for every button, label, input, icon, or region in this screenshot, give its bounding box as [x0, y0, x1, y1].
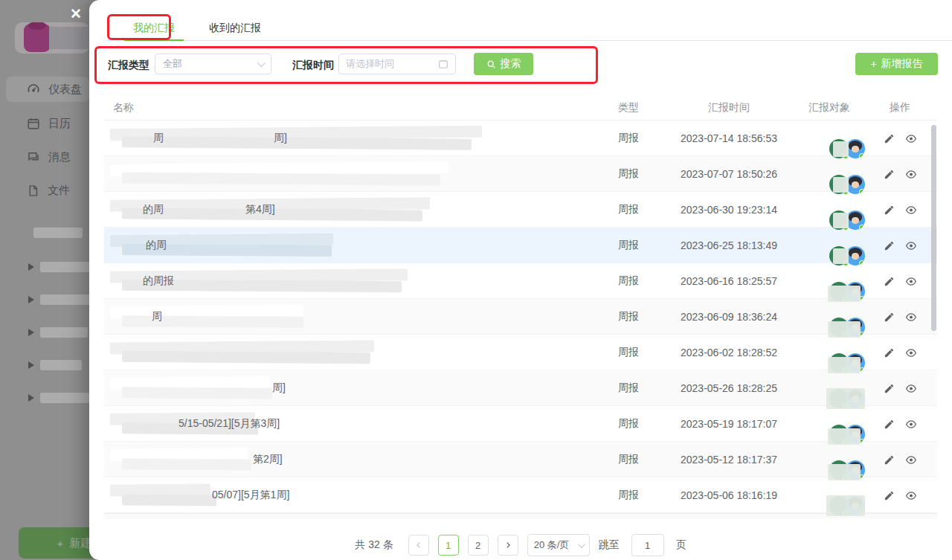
edit-icon[interactable] [884, 204, 895, 216]
report-name-fragment: 的周 [146, 239, 167, 252]
sidebar-item-files[interactable]: 文件 [6, 178, 89, 203]
calendar-icon [27, 117, 40, 130]
page-button[interactable]: 1 [438, 535, 459, 556]
report-time-filter-label: 汇报时间 [292, 59, 334, 72]
sidebar-item-dashboard[interactable]: 仪表盘 [6, 77, 89, 102]
view-icon[interactable] [905, 239, 917, 251]
tree-item-redacted [40, 327, 88, 338]
table-row[interactable]: 的周第4周] 周报 2023-06-30 19:23:14 [104, 192, 937, 228]
report-type: 周报 [595, 453, 662, 466]
table-row[interactable]: 5/15-05/21][5月第3周] 周报 2023-05-19 18:17:0… [104, 406, 937, 442]
tree-item-redacted [40, 360, 82, 370]
tab-received-reports[interactable]: 收到的汇报 [208, 15, 262, 41]
column-header-time: 汇报时间 [662, 101, 796, 115]
sidebar-item-calendar[interactable]: 日历 [6, 111, 89, 136]
report-type: 周报 [595, 310, 662, 324]
table-row[interactable]: 05/07][5月第1周] 周报 2023-05-06 18:16:19 [104, 477, 937, 513]
report-name: 的周报 [104, 263, 595, 299]
jump-label: 跳至 [599, 538, 620, 552]
column-header-name: 名称 [104, 101, 595, 115]
edit-icon[interactable] [884, 275, 895, 287]
row-actions [863, 489, 937, 501]
report-type: 周报 [595, 417, 662, 431]
sidebar: 仪表盘 日历 消息 文件 [0, 0, 89, 560]
tab-my-reports[interactable]: 我的汇报 [124, 15, 184, 41]
report-type-select[interactable]: 全部 [155, 54, 271, 74]
view-icon[interactable] [905, 168, 917, 180]
tab-bar: 我的汇报 收到的汇报 [104, 15, 952, 41]
edit-icon[interactable] [884, 132, 895, 144]
column-header-actions: 操作 [863, 101, 937, 115]
report-time: 2023-07-14 18:56:53 [662, 132, 796, 144]
report-name-fragment: 周] [274, 132, 287, 145]
table-row-partial [104, 513, 937, 519]
table-row[interactable]: 周] 周报 2023-05-26 18:28:25 [104, 370, 937, 406]
edit-icon[interactable] [884, 311, 895, 323]
edit-icon[interactable] [884, 489, 895, 501]
table-row[interactable]: 的周报 周报 2023-06-16 18:25:57 [104, 263, 937, 299]
view-icon[interactable] [905, 418, 917, 430]
tree-expand-icon[interactable] [28, 394, 34, 402]
view-icon[interactable] [905, 489, 917, 501]
report-type: 周报 [595, 274, 662, 288]
table-row[interactable]: 第2周] 周报 2023-05-12 18:17:37 [104, 442, 937, 477]
calendar-icon [438, 59, 448, 69]
sidebar-item-label: 日历 [48, 117, 71, 131]
view-icon[interactable] [905, 454, 917, 466]
report-time-input[interactable]: 请选择时间 [338, 54, 456, 74]
table-scrollbar-thumb[interactable] [931, 125, 936, 331]
avatar-redaction [826, 388, 865, 409]
edit-icon[interactable] [884, 454, 895, 466]
view-icon[interactable] [905, 275, 917, 287]
report-name-fragment: 的周报 [143, 274, 174, 288]
view-icon[interactable] [905, 382, 917, 394]
table-row[interactable]: 的周 周报 2023-06-25 18:13:49 [104, 228, 937, 263]
view-icon[interactable] [905, 347, 917, 358]
tree-expand-icon[interactable] [28, 263, 34, 271]
view-icon[interactable] [905, 311, 917, 323]
prev-page-button[interactable] [408, 535, 429, 556]
edit-icon[interactable] [884, 168, 895, 180]
redacted-name [110, 376, 270, 400]
edit-icon[interactable] [884, 382, 895, 394]
report-time: 2023-06-16 18:25:57 [662, 275, 796, 287]
workspace-logo [15, 22, 89, 54]
edit-icon[interactable] [884, 347, 895, 358]
next-page-button[interactable] [498, 535, 518, 556]
table-row[interactable]: 周报 2023-06-02 18:28:52 [104, 335, 937, 370]
redacted-name [110, 448, 248, 472]
edit-icon[interactable] [884, 418, 895, 430]
tree-item-redacted [33, 228, 83, 238]
report-name-fragment: 周 [153, 132, 164, 145]
report-name: 周周] [104, 120, 595, 156]
table-row[interactable]: 周报 2023-07-07 18:50:26 [104, 156, 937, 192]
report-time: 2023-07-07 18:50:26 [662, 168, 796, 180]
report-name [104, 156, 595, 192]
add-report-button[interactable]: + 新增报告 [855, 53, 938, 75]
avatar-redaction [826, 495, 865, 516]
search-button[interactable]: 搜索 [474, 53, 533, 75]
jump-page-input[interactable] [631, 534, 664, 556]
page-button[interactable]: 2 [468, 535, 489, 556]
report-name: 05/07][5月第1周] [104, 477, 595, 513]
sidebar-item-messages[interactable]: 消息 [6, 144, 89, 170]
row-actions [863, 311, 937, 323]
report-time: 2023-06-09 18:36:24 [662, 311, 796, 323]
close-icon[interactable]: ✕ [67, 5, 85, 23]
edit-icon[interactable] [884, 239, 895, 251]
add-report-label: 新增报告 [881, 57, 923, 71]
view-icon[interactable] [905, 204, 917, 216]
column-header-type: 类型 [595, 101, 662, 115]
new-project-label: 新建 [69, 536, 91, 550]
table-row[interactable]: 周周] 周报 2023-07-14 18:56:53 [104, 120, 937, 156]
tree-expand-icon[interactable] [28, 361, 34, 369]
row-actions [863, 204, 937, 216]
table-row[interactable]: 周 周报 2023-06-09 18:36:24 [104, 299, 937, 335]
tree-expand-icon[interactable] [28, 296, 34, 303]
report-name: 周 [104, 299, 595, 335]
sidebar-item-label: 仪表盘 [48, 83, 82, 97]
tree-expand-icon[interactable] [28, 329, 34, 336]
page-size-select[interactable]: 20 条/页 [527, 534, 590, 556]
view-icon[interactable] [905, 132, 917, 144]
report-name-fragment: 周 [152, 310, 162, 324]
